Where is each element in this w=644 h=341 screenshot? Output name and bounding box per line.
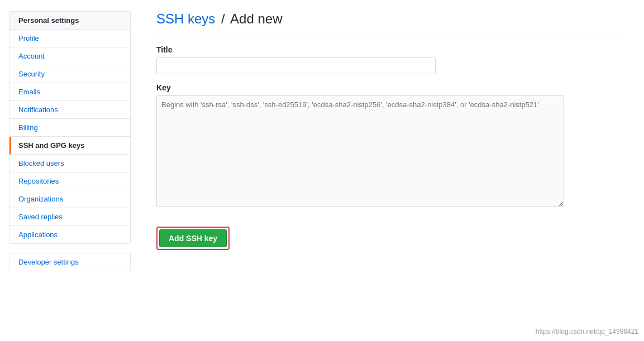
sidebar-item-organizations[interactable]: Organizations [9, 190, 130, 208]
sidebar-item-notifications[interactable]: Notifications [9, 101, 130, 119]
sidebar-item-billing[interactable]: Billing [9, 119, 130, 137]
add-ssh-button-wrapper: Add SSH key [156, 227, 230, 250]
breadcrumb-link[interactable]: SSH keys [156, 11, 215, 26]
title-form-group: Title [156, 45, 627, 74]
sidebar-item-applications[interactable]: Applications [9, 226, 130, 243]
breadcrumb-separator: / [221, 11, 225, 26]
developer-settings-section: Developer settings [9, 253, 131, 271]
key-label: Key [156, 83, 627, 92]
add-ssh-key-button[interactable]: Add SSH key [159, 229, 227, 247]
title-input[interactable] [156, 57, 436, 74]
sidebar: Personal settings Profile Account Securi… [0, 0, 140, 341]
sidebar-item-profile[interactable]: Profile [9, 30, 130, 47]
main-content: SSH keys / Add new Title Key Add SSH key [140, 0, 644, 341]
key-form-group: Key [156, 83, 627, 209]
page-title-suffix: Add new [230, 11, 282, 26]
title-label: Title [156, 45, 627, 54]
page-title: SSH keys / Add new [156, 11, 627, 27]
sidebar-item-saved-replies[interactable]: Saved replies [9, 208, 130, 226]
sidebar-item-account[interactable]: Account [9, 47, 130, 65]
sidebar-item-ssh-gpg-keys[interactable]: SSH and GPG keys [9, 137, 130, 155]
page-header: SSH keys / Add new [156, 11, 627, 36]
sidebar-item-emails[interactable]: Emails [9, 83, 130, 101]
sidebar-item-repositories[interactable]: Repositories [9, 172, 130, 190]
watermark: https://blog.csdn.net/qq_14996421 [536, 328, 638, 335]
sidebar-item-security[interactable]: Security [9, 65, 130, 83]
personal-settings-section: Personal settings Profile Account Securi… [9, 11, 131, 244]
sidebar-item-developer-settings[interactable]: Developer settings [9, 253, 130, 271]
personal-settings-heading: Personal settings [9, 12, 130, 30]
sidebar-item-blocked-users[interactable]: Blocked users [9, 155, 130, 172]
key-textarea[interactable] [156, 95, 564, 207]
